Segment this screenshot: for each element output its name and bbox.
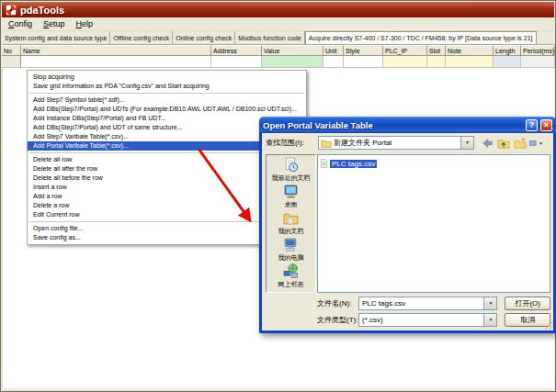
place-recent-documents[interactable]: 我最近的文档 — [267, 155, 315, 182]
file-name-value: PLC tags.csv — [359, 299, 483, 308]
context-menu-item[interactable]: Stop acquiring — [28, 73, 306, 82]
place-desktop[interactable]: 桌面 — [267, 182, 315, 208]
grid-cell[interactable] — [494, 56, 521, 68]
grid-cell[interactable] — [383, 56, 427, 68]
look-in-combobox[interactable]: 新建文件夹 Portal ▼ — [318, 136, 474, 150]
column-header-length[interactable]: Length — [494, 45, 521, 56]
dialog-toolbar: ▼ — [480, 136, 543, 150]
cancel-button[interactable]: 取消 — [505, 313, 550, 327]
app-icon — [6, 5, 17, 16]
look-in-dropdown-arrow[interactable]: ▼ — [460, 137, 473, 149]
look-in-value: 新建文件夹 Portal — [334, 138, 460, 148]
tab-1[interactable]: System config and data source type — [2, 31, 110, 44]
grid-cell[interactable] — [344, 56, 383, 68]
place-label: 我的文档 — [267, 228, 315, 234]
grid-cell[interactable] — [21, 56, 211, 68]
file-name-dropdown-arrow[interactable]: ▼ — [483, 297, 496, 309]
file-name-input[interactable]: PLC tags.csv ▼ — [358, 297, 497, 310]
file-type-dropdown-arrow[interactable]: ▼ — [483, 314, 496, 326]
views-icon[interactable]: ▼ — [529, 136, 543, 150]
open-file-dialog: Open Portal Variable Table ? × 查找范围(I): … — [259, 117, 556, 333]
dialog-titlebar[interactable]: Open Portal Variable Table ? × — [259, 117, 556, 133]
file-label: PLC tags.csv — [330, 160, 377, 168]
app-window: pdaTools ConfigSetupHelp System config a… — [0, 0, 556, 392]
grid-cell[interactable] — [427, 56, 446, 68]
tab-4[interactable]: Modbus function code — [235, 31, 305, 44]
folder-icon — [321, 138, 332, 149]
menu-setup[interactable]: Setup — [43, 19, 65, 28]
column-header-plc-ip[interactable]: PLC_IP — [383, 45, 427, 56]
dialog-title: Open Portal Variable Table — [263, 120, 524, 130]
tab-3[interactable]: Online config check — [173, 31, 235, 44]
place-my-documents[interactable]: 我的文档 — [267, 208, 315, 235]
place-network-places[interactable]: 网上邻居 — [267, 262, 315, 288]
column-header-style[interactable]: Style — [344, 45, 383, 56]
menu-separator — [29, 93, 304, 94]
new-folder-icon[interactable] — [513, 136, 527, 150]
place-label: 桌面 — [267, 201, 315, 207]
grid-cell[interactable] — [262, 56, 323, 68]
column-header-unit[interactable]: Unit — [323, 45, 344, 56]
up-folder-icon[interactable] — [496, 136, 510, 150]
column-header-value[interactable]: Value — [262, 45, 323, 56]
tab-2[interactable]: Offline config check — [110, 31, 173, 44]
file-type-combobox[interactable]: (*.csv) ▼ — [358, 313, 497, 327]
places-bar: 我最近的文档桌面我的文档我的电脑网上邻居 — [266, 154, 316, 293]
file-name-row: 文件名(N): PLC tags.csv ▼ 打开(O) — [317, 297, 550, 310]
grid-cell[interactable] — [323, 56, 344, 68]
recent-documents-icon — [283, 160, 299, 175]
dialog-help-button[interactable]: ? — [526, 119, 538, 131]
place-my-computer[interactable]: 我的电脑 — [267, 235, 315, 262]
dropdown-caret-icon: ▼ — [539, 140, 543, 146]
place-label: 我的电脑 — [267, 254, 315, 261]
csv-file-icon — [320, 159, 328, 168]
dialog-body: 查找范围(I): 新建文件夹 Portal ▼ ▼ 我最近的文档桌面我的文档我的… — [259, 133, 556, 333]
look-in-label: 查找范围(I): — [266, 138, 318, 148]
open-button[interactable]: 打开(O) — [505, 297, 550, 310]
network-places-icon — [283, 266, 299, 282]
file-type-label: 文件类型(T): — [317, 315, 358, 325]
look-in-row: 查找范围(I): 新建文件夹 Portal ▼ ▼ — [266, 136, 551, 150]
column-header-no[interactable]: No — [2, 45, 21, 56]
grid-cell[interactable] — [446, 56, 494, 68]
column-header-address[interactable]: Address — [211, 45, 262, 56]
app-title: pdaTools — [20, 5, 64, 16]
column-header-period-ms-[interactable]: Period(ms) — [521, 45, 555, 56]
menu-config[interactable]: Config — [8, 19, 32, 28]
file-name-label: 文件名(N): — [317, 298, 358, 308]
grid-row — [2, 56, 555, 68]
grid-header: NoNameAddressValueUnitStylePLC_IPSlotNot… — [2, 45, 555, 56]
app-titlebar[interactable]: pdaTools — [2, 2, 554, 17]
grid-cell[interactable] — [2, 56, 21, 68]
context-menu-item[interactable]: Save grid information as PDA "Config.csv… — [28, 82, 306, 91]
column-header-note[interactable]: Note — [446, 45, 494, 56]
column-header-slot[interactable]: Slot — [427, 45, 446, 56]
tab-bar: System config and data source typeOfflin… — [2, 31, 554, 45]
back-icon[interactable] — [480, 136, 494, 150]
place-label: 网上邻居 — [267, 281, 315, 287]
file-item[interactable]: PLC tags.csv — [320, 159, 377, 168]
dialog-close-button[interactable]: × — [540, 119, 552, 131]
grid-cell[interactable] — [521, 56, 555, 68]
context-menu-item[interactable]: Add Step7 Symbol table(*.sdf)... — [28, 95, 306, 105]
menu-bar: ConfigSetupHelp — [2, 17, 554, 31]
grid-cell[interactable] — [211, 56, 262, 68]
my-computer-icon — [283, 240, 299, 255]
tab-5[interactable]: Acquire directly S7-400 / S7-300 / TDC /… — [305, 31, 537, 44]
file-type-value: (*.csv) — [359, 316, 483, 324]
context-menu-item[interactable]: Add DBs(Step7/Portal) and UDTs (For exam… — [28, 105, 306, 114]
file-list[interactable]: PLC tags.csv — [317, 154, 550, 293]
column-header-name[interactable]: Name — [21, 45, 211, 56]
my-documents-icon — [283, 213, 299, 229]
menu-help[interactable]: Help — [76, 19, 94, 28]
place-label: 我最近的文档 — [267, 174, 315, 181]
file-type-row: 文件类型(T): (*.csv) ▼ 取消 — [317, 313, 550, 327]
desktop-icon — [283, 186, 299, 202]
